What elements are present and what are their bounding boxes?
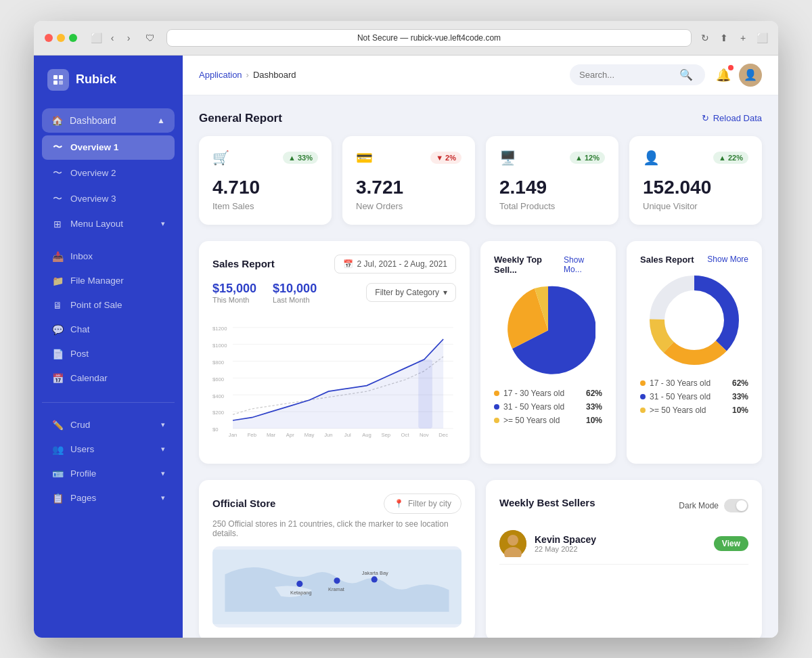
donut-legend-label-1: 17 - 30 Years old	[650, 378, 710, 388]
person-icon: 👤	[643, 150, 660, 166]
search-input[interactable]	[579, 70, 674, 80]
view-button[interactable]: View	[714, 536, 748, 551]
pos-icon: 🖥	[51, 300, 64, 311]
donut-legend-pct-1: 62%	[732, 378, 748, 388]
this-month-value: $15,000	[212, 282, 256, 296]
sidebar-item-pos[interactable]: 🖥 Point of Sale	[42, 294, 175, 317]
reload-data-button[interactable]: ↻ Reload Data	[702, 113, 762, 123]
donut-legend-dot-2	[640, 394, 646, 399]
sidebar-item-calendar[interactable]: 📅 Calendar	[42, 367, 175, 390]
donut-chart-svg	[647, 273, 742, 368]
chevron-right-icon: ▾	[161, 469, 165, 478]
svg-text:Feb: Feb	[248, 432, 256, 438]
new-orders-value: 3.721	[356, 177, 461, 198]
weekly-top-sellers-title: Weekly Top Sell...	[494, 255, 564, 275]
breadcrumb-parent[interactable]: Application	[199, 70, 242, 80]
sidebar-item-label: Pages	[70, 493, 96, 503]
svg-text:Jakarta Bay: Jakarta Bay	[362, 569, 388, 575]
sidebar-item-profile[interactable]: 🪪 Profile ▾	[42, 462, 175, 485]
back-icon[interactable]: ‹	[107, 32, 118, 43]
svg-rect-1	[59, 75, 63, 79]
filter-category-dropdown[interactable]: Filter by Category ▾	[366, 283, 456, 302]
window-icon[interactable]: ⬜	[757, 32, 767, 43]
date-picker[interactable]: 📅 2 Jul, 2021 - 2 Aug, 2021	[334, 255, 456, 273]
general-report-title: General Report	[199, 112, 282, 125]
share-icon[interactable]: ⬆	[719, 32, 729, 43]
filter-city-label: Filter by city	[408, 499, 451, 508]
topbar-actions: 🔔 👤	[716, 64, 762, 87]
breadcrumb-separator: ›	[246, 70, 249, 80]
sidebar-item-overview1[interactable]: 〜 Overview 1	[42, 135, 175, 160]
sidebar-item-post[interactable]: 📄 Post	[42, 343, 175, 366]
show-more-link[interactable]: Show Mo...	[564, 255, 602, 274]
sidebar-item-inbox[interactable]: 📥 Inbox	[42, 245, 175, 268]
user-avatar[interactable]: 👤	[739, 64, 762, 87]
item-sales-label: Item Sales	[212, 201, 318, 211]
reload-icon: ↻	[702, 113, 709, 123]
sidebar-item-label: Post	[70, 349, 89, 359]
svg-text:Mar: Mar	[267, 432, 276, 438]
stat-card-unique-visitor: 👤 ▲ 22% 152.040 Unique Visitor	[629, 136, 762, 225]
svg-rect-0	[53, 75, 58, 79]
donut-legend-item-3: >= 50 Years old 10%	[640, 405, 748, 415]
legend-dot-2	[494, 404, 499, 410]
shield-icon: 🛡	[145, 32, 156, 43]
badge-arrow: ▲	[719, 154, 726, 162]
sidebar-divider	[42, 402, 175, 403]
weekly-best-sellers-card: Weekly Best Sellers Dark Mode	[486, 480, 762, 638]
sidebar-item-users[interactable]: 👥 Users ▾	[42, 438, 175, 461]
official-store-card: Official Store 📍 Filter by city 250 Offi…	[199, 480, 475, 638]
svg-text:Dec: Dec	[438, 432, 448, 438]
svg-text:Sep: Sep	[381, 432, 390, 438]
donut-legend: 17 - 30 Years old 62% 31 - 50 Years old …	[640, 378, 748, 415]
dark-mode-toggle[interactable]	[724, 499, 748, 512]
content-area: General Report ↻ Reload Data 🛒 ▲ 33%	[183, 95, 778, 638]
url-bar[interactable]: Not Secure — rubick-vue.left4code.com	[166, 29, 692, 47]
search-bar[interactable]: 🔍	[570, 64, 705, 85]
svg-point-36	[296, 580, 302, 586]
svg-text:$800: $800	[212, 359, 224, 365]
sales-report-title: Sales Report	[212, 258, 275, 269]
svg-point-37	[334, 577, 340, 584]
grid-icon: ⊞	[51, 219, 64, 229]
svg-point-38	[371, 576, 378, 582]
this-month-label: This Month	[212, 296, 256, 304]
fullscreen-button[interactable]	[69, 34, 77, 42]
sidebar-item-label: Profile	[70, 468, 96, 479]
notification-badge	[728, 65, 734, 70]
svg-text:$400: $400	[212, 393, 224, 399]
filter-city-input[interactable]: 📍 Filter by city	[384, 494, 461, 514]
forward-icon[interactable]: ›	[123, 32, 134, 43]
sales-show-more-link[interactable]: Show More	[707, 255, 748, 264]
sidebar-item-crud[interactable]: ✏️ Crud ▾	[42, 414, 175, 437]
notification-button[interactable]: 🔔	[716, 68, 731, 83]
reload-icon[interactable]: ↻	[700, 32, 710, 43]
dark-mode-section: Dark Mode	[679, 499, 748, 512]
official-store-title: Official Store	[212, 498, 275, 509]
close-button[interactable]	[45, 34, 53, 42]
last-month-value: $10,000	[273, 282, 317, 296]
sidebar-item-pages[interactable]: 📋 Pages ▾	[42, 487, 175, 510]
new-tab-icon[interactable]: +	[738, 32, 748, 43]
sales-report-donut-title: Sales Report	[640, 255, 694, 265]
sidebar-toggle-icon[interactable]: ⬜	[91, 32, 102, 43]
toggle-knob	[736, 500, 747, 511]
sidebar-item-file-manager[interactable]: 📁 File Manager	[42, 269, 175, 292]
breadcrumb: Application › Dashboard	[199, 70, 559, 80]
inbox-icon: 📥	[51, 251, 64, 262]
sidebar-item-menu-layout[interactable]: ⊞ Menu Layout ▾	[42, 213, 175, 236]
legend-dot-3	[494, 418, 499, 423]
minimize-button[interactable]	[57, 34, 65, 42]
sidebar-item-overview3[interactable]: 〜 Overview 3	[42, 187, 175, 211]
nav-icons: ⬜ ‹ ›	[91, 32, 134, 43]
sidebar-item-chat[interactable]: 💬 Chat	[42, 318, 175, 341]
total-products-value: 2.149	[499, 177, 605, 198]
legend-label-1: 17 - 30 Years old	[503, 389, 564, 398]
svg-text:Kramat: Kramat	[328, 586, 344, 592]
sales-report-donut-card: Sales Report Show More	[627, 241, 762, 464]
date-range: 2 Jul, 2021 - 2 Aug, 2021	[357, 259, 447, 269]
donut-legend-dot-1	[640, 380, 646, 386]
donut-legend-label-3: >= 50 Years old	[650, 405, 706, 415]
sidebar-group-dashboard[interactable]: 🏠 Dashboard ▲	[42, 108, 175, 133]
sidebar-item-overview2[interactable]: 〜 Overview 2	[42, 161, 175, 185]
